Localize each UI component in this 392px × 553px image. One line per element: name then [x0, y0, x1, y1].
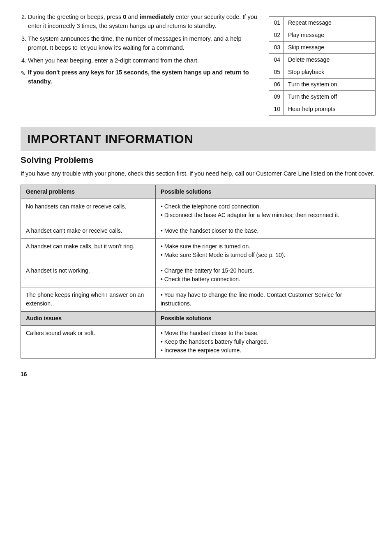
- command-code: 05: [269, 66, 284, 79]
- problem-cell: A handset can't make or receive calls.: [21, 223, 156, 239]
- general-col1-header: General problems: [21, 185, 156, 199]
- audio-col1-header: Audio issues: [21, 312, 156, 326]
- solution-cell: • Move the handset closer to the base.: [155, 223, 375, 239]
- instructions-text: During the greeting or beeps, press 0 an…: [21, 12, 261, 116]
- command-label: Turn the system on: [284, 79, 376, 91]
- audio-col2-header: Possible solutions: [155, 312, 375, 326]
- solving-problems-title: Solving Problems: [21, 155, 376, 165]
- command-label: Stop playback: [284, 66, 376, 79]
- command-label: Delete message: [284, 54, 376, 66]
- command-code: 01: [269, 17, 284, 29]
- command-label: Hear help prompts: [284, 103, 376, 116]
- command-row: 03Skip message: [269, 42, 376, 54]
- important-info-title: IMPORTANT INFORMATION: [27, 132, 369, 146]
- general-col2-header: Possible solutions: [155, 185, 375, 199]
- general-problems-table: General problems Possible solutions No h…: [21, 185, 376, 359]
- command-row: 05Stop playback: [269, 66, 376, 79]
- problem-cell: Callers sound weak or soft.: [21, 326, 156, 359]
- command-row: 10Hear help prompts: [269, 103, 376, 116]
- word-immediately: immediately: [140, 14, 174, 20]
- command-label: Play message: [284, 29, 376, 42]
- solution-cell: • Charge the battery for 15-20 hours.• C…: [155, 263, 375, 287]
- problem-cell: A handset can make calls, but it won't r…: [21, 239, 156, 263]
- command-label: Turn the system off: [284, 91, 376, 103]
- command-row: 09Turn the system off: [269, 91, 376, 103]
- important-info-header: IMPORTANT INFORMATION: [21, 127, 376, 151]
- command-code: 06: [269, 79, 284, 91]
- step-4: When you hear beeping, enter a 2-digit c…: [28, 56, 261, 65]
- command-code: 10: [269, 103, 284, 116]
- solving-intro-text: If you have any trouble with your phone,…: [21, 169, 376, 178]
- command-code: 09: [269, 91, 284, 103]
- command-row: 02Play message: [269, 29, 376, 42]
- step-3: The system announces the time, the numbe…: [28, 34, 261, 53]
- audio-header-row: Audio issues Possible solutions: [21, 312, 376, 326]
- table-row: A handset is not working.• Charge the ba…: [21, 263, 376, 287]
- command-code: 02: [269, 29, 284, 42]
- command-table: 01Repeat message02Play message03Skip mes…: [269, 16, 376, 116]
- command-code: 03: [269, 42, 284, 54]
- command-row: 04Delete message: [269, 54, 376, 66]
- page-number: 16: [21, 371, 376, 377]
- command-row: 01Repeat message: [269, 17, 376, 29]
- table-row: No handsets can make or receive calls.• …: [21, 199, 376, 223]
- problem-cell: A handset is not working.: [21, 263, 156, 287]
- table-row: A handset can't make or receive calls.• …: [21, 223, 376, 239]
- solution-cell: • You may have to change the line mode. …: [155, 287, 375, 312]
- solution-cell: • Make sure the ringer is turned on.• Ma…: [155, 239, 375, 263]
- warning-line: ✎ If you don't press any keys for 15 sec…: [21, 68, 261, 86]
- problem-cell: No handsets can make or receive calls.: [21, 199, 156, 223]
- general-header-row: General problems Possible solutions: [21, 185, 376, 199]
- top-section: During the greeting or beeps, press 0 an…: [21, 12, 376, 116]
- table-row: A handset can make calls, but it won't r…: [21, 239, 376, 263]
- command-label: Repeat message: [284, 17, 376, 29]
- table-row: The phone keeps ringing when I answer on…: [21, 287, 376, 312]
- warning-text: If you don't press any keys for 15 secon…: [28, 68, 261, 86]
- step-2: During the greeting or beeps, press 0 an…: [28, 12, 261, 31]
- solution-cell: • Check the telephone cord connection.• …: [155, 199, 375, 223]
- warning-icon: ✎: [21, 69, 25, 78]
- command-label: Skip message: [284, 42, 376, 54]
- key-0: 0: [123, 14, 126, 20]
- problem-cell: The phone keeps ringing when I answer on…: [21, 287, 156, 312]
- command-row: 06Turn the system on: [269, 79, 376, 91]
- command-code: 04: [269, 54, 284, 66]
- solution-cell: • Move the handset closer to the base.• …: [155, 326, 375, 359]
- table-row: Callers sound weak or soft.• Move the ha…: [21, 326, 376, 359]
